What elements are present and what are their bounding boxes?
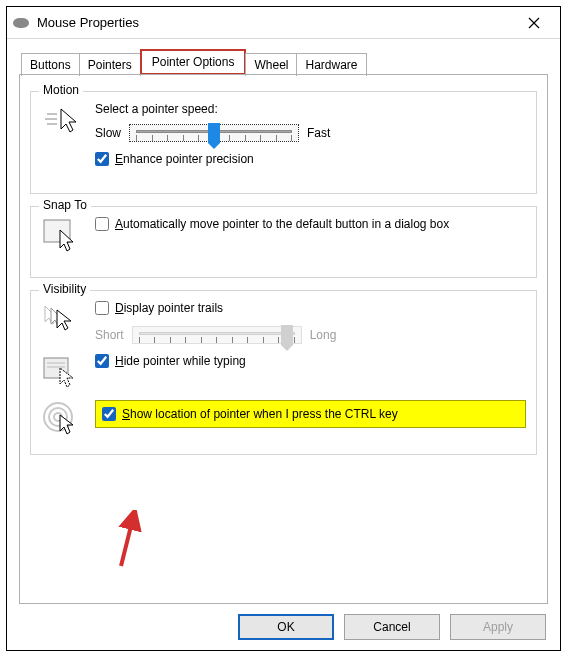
dialog-buttons: OK Cancel Apply xyxy=(238,614,546,640)
trails-long-label: Long xyxy=(310,328,337,342)
show-ctrl-checkbox[interactable]: Show location of pointer when I press th… xyxy=(102,407,398,421)
pointer-trails-icon xyxy=(41,301,81,337)
show-ctrl-highlight: Show location of pointer when I press th… xyxy=(95,400,526,428)
group-visibility-legend: Visibility xyxy=(39,282,90,296)
window-title: Mouse Properties xyxy=(37,15,514,30)
show-location-icon xyxy=(41,400,81,436)
tab-pointers[interactable]: Pointers xyxy=(79,53,141,76)
snap-to-icon xyxy=(41,217,81,253)
titlebar: Mouse Properties xyxy=(7,7,560,39)
speed-fast-label: Fast xyxy=(307,126,330,140)
enhance-precision-input[interactable] xyxy=(95,152,109,166)
group-motion-legend: Motion xyxy=(39,83,83,97)
trails-short-label: Short xyxy=(95,328,124,342)
group-motion: Motion Select a pointer speed: Sl xyxy=(30,91,537,194)
display-trails-checkbox[interactable]: Display pointer trails xyxy=(95,301,223,315)
tab-pointer-options[interactable]: Pointer Options xyxy=(140,49,247,75)
speed-slow-label: Slow xyxy=(95,126,121,140)
group-snap-to: Snap To Automatically move pointer to th… xyxy=(30,206,537,278)
tab-strip: Buttons Pointers Pointer Options Wheel H… xyxy=(21,49,548,75)
tab-wheel[interactable]: Wheel xyxy=(245,53,297,76)
close-button[interactable] xyxy=(514,7,554,39)
close-icon xyxy=(528,17,540,29)
motion-cursor-icon xyxy=(41,102,81,138)
auto-move-checkbox[interactable]: Automatically move pointer to the defaul… xyxy=(95,217,449,231)
cancel-button[interactable]: Cancel xyxy=(344,614,440,640)
select-speed-label: Select a pointer speed: xyxy=(95,102,526,116)
hide-typing-icon xyxy=(41,354,81,390)
ok-button[interactable]: OK xyxy=(238,614,334,640)
tab-hardware[interactable]: Hardware xyxy=(296,53,366,76)
auto-move-input[interactable] xyxy=(95,217,109,231)
mouse-icon xyxy=(13,18,29,28)
window: Mouse Properties Buttons Pointers Pointe… xyxy=(6,6,561,651)
group-snap-to-legend: Snap To xyxy=(39,198,91,212)
slider-thumb-icon xyxy=(281,325,293,345)
hide-typing-input[interactable] xyxy=(95,354,109,368)
display-trails-input[interactable] xyxy=(95,301,109,315)
hide-typing-checkbox[interactable]: Hide pointer while typing xyxy=(95,354,246,368)
apply-button: Apply xyxy=(450,614,546,640)
pointer-speed-slider[interactable] xyxy=(129,124,299,142)
show-ctrl-input[interactable] xyxy=(102,407,116,421)
enhance-precision-checkbox[interactable]: Enhance pointer precision xyxy=(95,152,254,166)
group-visibility: Visibility Display pointer trails xyxy=(30,290,537,455)
pointer-trails-slider xyxy=(132,326,302,344)
tab-panel-pointer-options: Motion Select a pointer speed: Sl xyxy=(19,74,548,604)
tab-buttons[interactable]: Buttons xyxy=(21,53,80,76)
slider-thumb-icon xyxy=(208,123,220,143)
